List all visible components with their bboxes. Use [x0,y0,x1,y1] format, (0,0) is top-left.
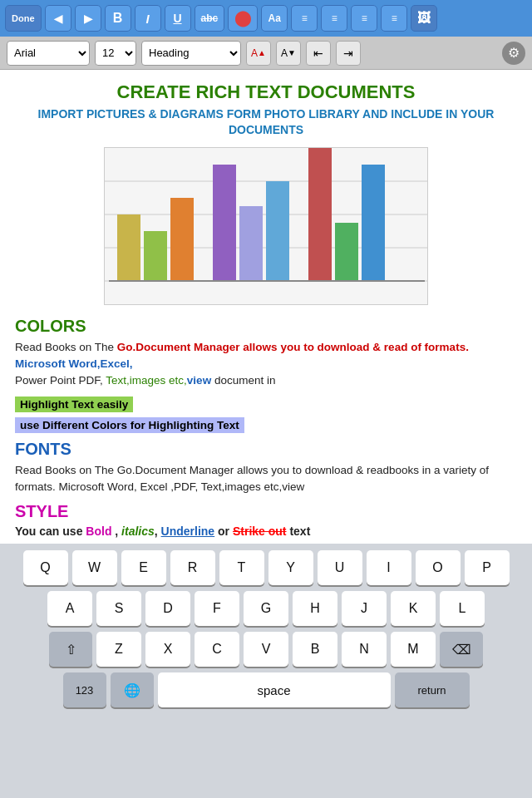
fonts-heading: FONTS [15,440,517,459]
back-button[interactable]: ◀ [45,5,71,32]
colors-blue-text: Microsoft Word,Excel, [15,357,133,370]
key-K[interactable]: K [391,591,436,626]
align-justify-button[interactable]: ≡ [381,5,407,32]
svg-rect-11 [335,223,358,281]
settings-button[interactable]: ⚙ [502,42,525,65]
bold-button[interactable]: B [105,5,131,32]
keyboard-row-4: 123 🌐 space return [3,672,529,707]
indent-increase-button[interactable]: ⇥ [336,41,361,66]
colors-bold-red-text: Go.Document Manager allows you to downlo… [117,341,469,353]
key-N[interactable]: N [342,632,387,667]
style-bold-text: Bold [86,525,111,538]
key-S[interactable]: S [96,591,141,626]
colors-heading: COLORS [15,317,517,336]
bar-chart [104,147,428,305]
svg-rect-4 [117,214,140,281]
color-button[interactable]: ⬤ [228,5,258,32]
key-O[interactable]: O [416,550,461,585]
heading-select[interactable]: Heading Normal Heading 2 Heading 3 [141,41,241,66]
colors-para3-text: document in [211,374,275,387]
keyboard: Q W E R T Y U I O P A S D F G H J K L ⇧ … [0,544,532,798]
align-right-button[interactable]: ≡ [351,5,377,32]
document-area: CREATE RICH TEXT DOCUMENTS IMPORT PICTUR… [0,70,532,544]
italic-button[interactable]: I [135,5,161,32]
underline-button[interactable]: U [165,5,191,32]
key-A[interactable]: A [47,591,92,626]
key-D[interactable]: D [145,591,190,626]
key-U[interactable]: U [318,550,362,585]
key-L[interactable]: L [440,591,485,626]
toolbar-top: Done ◀ ▶ B I U abc ⬤ Aa ≡ ≡ ≡ ≡ 🖼 [0,0,532,37]
shift-key[interactable]: ⇧ [49,632,92,667]
fontsize-button[interactable]: Aa [261,5,288,32]
key-R[interactable]: R [170,550,215,585]
chart-container [15,147,517,305]
colors-green-text: Text,images etc, [106,374,187,387]
sub-heading: IMPORT PICTURES & DIAGRAMS FORM PHOTO LI… [15,106,517,136]
size-select[interactable]: 12 891011 141618 [95,41,136,66]
style-comma1: , [111,525,121,538]
colors-para1-text: Read Books on The [15,341,117,353]
highlight1: Highlight Text easily [15,397,133,412]
key-E[interactable]: E [121,550,166,585]
numbers-key[interactable]: 123 [63,672,106,707]
decrease-font-button[interactable]: A▼ [276,41,301,66]
indent-decrease-button[interactable]: ⇤ [306,41,331,66]
insert-image-button[interactable]: 🖼 [411,5,437,32]
svg-rect-12 [362,165,385,281]
svg-rect-9 [266,181,289,281]
style-intro-text: You can use [15,525,86,538]
key-V[interactable]: V [244,632,288,667]
align-center-button[interactable]: ≡ [321,5,347,32]
key-M[interactable]: M [391,632,436,667]
strikethrough-button[interactable]: abc [195,5,225,32]
key-T[interactable]: T [219,550,264,585]
svg-rect-7 [213,165,236,281]
align-left-button[interactable]: ≡ [291,5,318,32]
colors-paragraph: Read Books on The Go.Document Manager al… [15,339,517,390]
globe-key[interactable]: 🌐 [111,672,154,707]
key-X[interactable]: X [145,632,190,667]
style-line: You can use Bold , italics, Underline or… [15,525,517,538]
done-button[interactable]: Done [5,5,42,32]
key-B[interactable]: B [293,632,337,667]
style-text-end: text [287,525,311,538]
style-underline-text: Underline [161,525,215,538]
style-heading: STYLE [15,502,517,521]
keyboard-row-2: A S D F G H J K L [3,591,529,626]
key-G[interactable]: G [244,591,288,626]
toolbar-second: Arial Times New Roman Courier 12 891011 … [0,37,532,70]
key-Z[interactable]: Z [96,632,141,667]
svg-rect-10 [308,148,332,281]
key-J[interactable]: J [342,591,387,626]
key-Q[interactable]: Q [23,550,68,585]
colors-view-text: view [187,374,211,387]
forward-button[interactable]: ▶ [75,5,101,32]
key-P[interactable]: P [465,550,510,585]
key-H[interactable]: H [293,591,337,626]
style-comma2: , [155,525,161,538]
colors-para2-text: Power Point PDF, [15,374,106,387]
style-italic-text: italics [121,525,155,538]
key-W[interactable]: W [72,550,117,585]
return-key[interactable]: return [395,672,470,707]
keyboard-row-1: Q W E R T Y U I O P [3,550,529,585]
key-Y[interactable]: Y [268,550,313,585]
main-heading: CREATE RICH TEXT DOCUMENTS [15,81,517,103]
style-strike-text: Strike out [233,525,287,538]
svg-rect-6 [170,198,194,281]
delete-key[interactable]: ⌫ [440,632,483,667]
space-key[interactable]: space [158,672,391,707]
font-select[interactable]: Arial Times New Roman Courier [7,41,90,66]
key-I[interactable]: I [367,550,411,585]
svg-rect-8 [239,206,263,281]
style-or-text: or [214,525,233,538]
keyboard-row-3: ⇧ Z X C V B N M ⌫ [3,632,529,667]
key-F[interactable]: F [195,591,239,626]
highlight2: use Different Colors for Highlighting Te… [15,417,244,433]
increase-font-button[interactable]: A▲ [246,41,271,66]
fonts-paragraph: Read Books on The Go.Document Manager al… [15,462,517,496]
svg-rect-5 [144,231,167,281]
key-C[interactable]: C [195,632,239,667]
